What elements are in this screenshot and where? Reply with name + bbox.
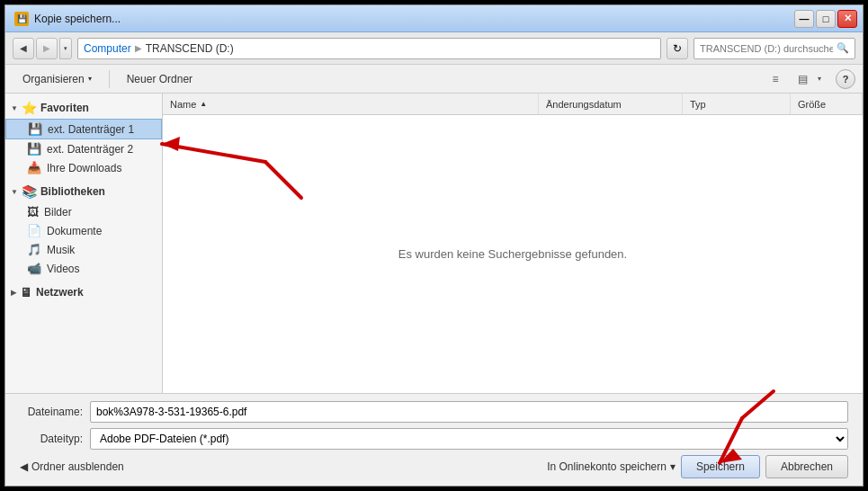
- musik-icon: 🎵: [27, 243, 41, 256]
- sidebar-item-musik[interactable]: 🎵 Musik: [5, 240, 162, 259]
- search-input[interactable]: [700, 43, 833, 54]
- hide-folder-icon: ◀: [20, 460, 28, 473]
- network-icon: 🖥: [20, 285, 32, 299]
- window-title: Kopie speichern...: [34, 13, 121, 25]
- sidebar-item-videos[interactable]: 📹 Videos: [5, 259, 162, 278]
- new-folder-button[interactable]: Neuer Ordner: [117, 67, 202, 91]
- filetype-row: Dateityp: Adobe PDF-Dateien (*.pdf) Alle…: [20, 428, 848, 450]
- toolbar: Organisieren ▾ Neuer Ordner ≡ ▤ ▾ ?: [5, 65, 863, 94]
- file-list-empty-message: Es wurden keine Suchergebnisse gefunden.: [163, 115, 863, 393]
- forward-button[interactable]: ▶: [36, 38, 58, 59]
- sidebar-item-ext-datentraeger-2[interactable]: 💾 ext. Datenträger 2: [5, 139, 162, 158]
- maximize-button[interactable]: □: [816, 10, 836, 28]
- view-dropdown-icon: ▾: [818, 75, 821, 83]
- action-row: ◀ Ordner ausblenden In Onlinekonto speic…: [20, 455, 848, 478]
- nav-dropdown-button[interactable]: ▾: [59, 38, 72, 59]
- libraries-section: ▼ 📚 Bibliotheken 🖼 Bilder 📄 Dokumente 🎵: [5, 181, 162, 278]
- network-section: ▶ 🖥 Netzwerk: [5, 281, 162, 303]
- filename-input[interactable]: [90, 401, 848, 423]
- breadcrumb-transcend[interactable]: TRANSCEND (D:): [146, 42, 234, 55]
- breadcrumb-separator-1: ▶: [135, 43, 142, 53]
- favorites-collapse-icon: ▼: [11, 104, 18, 112]
- back-button[interactable]: ◀: [13, 38, 34, 59]
- save-button[interactable]: Speichern: [681, 455, 760, 478]
- filetype-label: Dateityp:: [20, 433, 83, 445]
- view-list-button[interactable]: ≡: [764, 67, 787, 91]
- col-type[interactable]: Typ: [683, 94, 791, 114]
- hide-folder-button[interactable]: ◀ Ordner ausblenden: [20, 460, 124, 473]
- search-icon: 🔍: [837, 42, 849, 54]
- libraries-collapse-icon: ▼: [11, 188, 18, 196]
- favorites-icon: ⭐: [22, 101, 37, 115]
- close-button[interactable]: ✕: [837, 10, 857, 28]
- network-collapse-icon: ▶: [11, 289, 16, 297]
- file-list-header: Name ▲ Änderungsdatum Typ Größe: [163, 94, 863, 115]
- sort-indicator: ▲: [200, 100, 207, 108]
- drive-icon-1: 💾: [28, 122, 42, 136]
- sidebar: ▼ ⭐ Favoriten 💾 ext. Datenträger 1 💾 ext…: [5, 94, 163, 393]
- filename-label: Dateiname:: [20, 406, 83, 418]
- file-list: Name ▲ Änderungsdatum Typ Größe Es wurde…: [163, 94, 863, 393]
- favorites-section: ▼ ⭐ Favoriten 💾 ext. Datenträger 1 💾 ext…: [5, 97, 162, 177]
- search-box[interactable]: 🔍: [694, 38, 855, 59]
- drive-icon-2: 💾: [27, 142, 41, 156]
- help-button[interactable]: ?: [836, 69, 855, 89]
- online-save-button[interactable]: In Onlinekonto speichern ▾: [547, 460, 676, 473]
- bilder-icon: 🖼: [27, 205, 39, 219]
- videos-icon: 📹: [27, 262, 41, 275]
- online-save-arrow-icon: ▾: [670, 460, 676, 473]
- minimize-button[interactable]: —: [794, 10, 814, 28]
- filetype-select[interactable]: Adobe PDF-Dateien (*.pdf) Alle Dateien (…: [90, 428, 848, 450]
- favorites-header[interactable]: ▼ ⭐ Favoriten: [5, 97, 162, 119]
- address-bar: ◀ ▶ ▾ Computer ▶ TRANSCEND (D:) ↻ 🔍: [5, 32, 863, 65]
- col-name[interactable]: Name ▲: [163, 94, 539, 114]
- col-size[interactable]: Größe: [791, 94, 863, 114]
- bottom-section: Dateiname: Dateityp: Adobe PDF-Dateien (…: [5, 393, 863, 486]
- filename-row: Dateiname:: [20, 401, 848, 423]
- organize-arrow-icon: ▾: [88, 75, 92, 83]
- toolbar-separator: [109, 70, 110, 88]
- dokumente-icon: 📄: [27, 224, 41, 237]
- sidebar-item-ext-datentraeger-1[interactable]: 💾 ext. Datenträger 1: [5, 119, 162, 139]
- filetype-select-wrapper: Adobe PDF-Dateien (*.pdf) Alle Dateien (…: [90, 428, 848, 450]
- libraries-icon: 📚: [22, 184, 37, 199]
- cancel-button[interactable]: Abbrechen: [765, 455, 848, 478]
- title-controls: — □ ✕: [794, 10, 857, 28]
- col-date[interactable]: Änderungsdatum: [539, 94, 683, 114]
- main-content: ▼ ⭐ Favoriten 💾 ext. Datenträger 1 💾 ext…: [5, 94, 863, 393]
- network-header[interactable]: ▶ 🖥 Netzwerk: [5, 281, 162, 303]
- organize-button[interactable]: Organisieren ▾: [13, 67, 102, 91]
- sidebar-item-downloads[interactable]: 📥 Ihre Downloads: [5, 158, 162, 177]
- downloads-icon: 📥: [27, 161, 41, 174]
- title-bar: 💾 Kopie speichern... — □ ✕: [5, 5, 863, 32]
- title-icon: 💾: [14, 12, 29, 26]
- sidebar-item-dokumente[interactable]: 📄 Dokumente: [5, 221, 162, 240]
- action-buttons: In Onlinekonto speichern ▾ Speichern Abb…: [547, 455, 848, 478]
- breadcrumb-computer[interactable]: Computer: [84, 42, 131, 55]
- sidebar-item-bilder[interactable]: 🖼 Bilder: [5, 202, 162, 221]
- view-details-button[interactable]: ▤: [791, 67, 814, 91]
- libraries-header[interactable]: ▼ 📚 Bibliotheken: [5, 181, 162, 202]
- breadcrumb-bar[interactable]: Computer ▶ TRANSCEND (D:): [77, 38, 661, 59]
- refresh-button[interactable]: ↻: [667, 38, 688, 59]
